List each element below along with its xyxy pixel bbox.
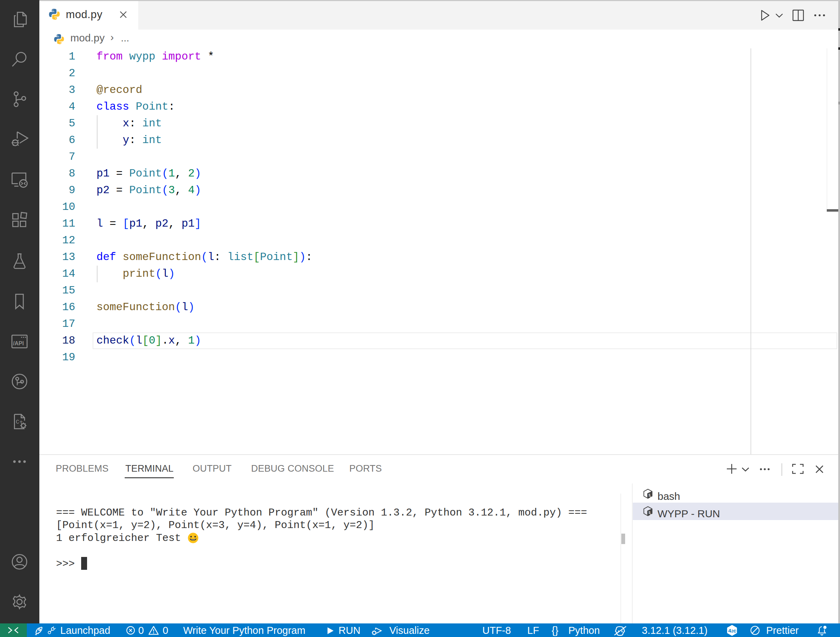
svg-text:/API: /API: [13, 341, 24, 346]
